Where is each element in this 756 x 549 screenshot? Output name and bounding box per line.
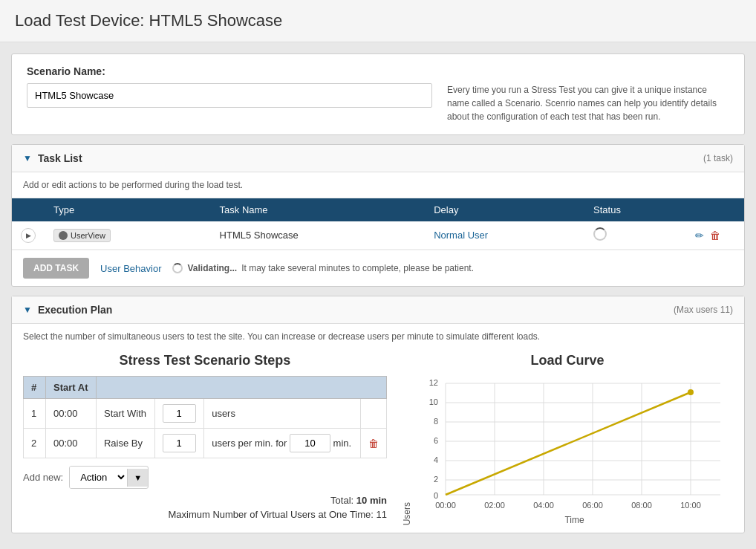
step2-unit-label: users per min. for [212,438,287,449]
x-axis-label: Time [416,515,733,525]
total-label: Total: [330,495,353,506]
add-new-label: Add new: [23,472,63,483]
steps-table: # Start At 1 00:00 Start With [23,376,387,458]
scenario-description: Every time you run a Stress Test you can… [447,83,729,123]
execution-plan-panel: ▼ Execution Plan (Max users 11) Select t… [11,296,745,533]
step2-start: 00:00 [46,429,97,458]
col-actions [685,198,744,221]
execution-plan-max-users: (Max users 11) [674,305,733,315]
load-curve-svg: 12 10 8 6 4 2 0 00:00 02:00 04:00 [416,376,728,513]
action-select[interactable]: Action [70,467,127,488]
step1-start: 00:00 [46,399,97,429]
step1-action-label: Start With [104,408,146,419]
execution-body: Stress Test Scenario Steps # Start At 1 [23,353,733,525]
validating-note: It may take several minutes to complete,… [241,263,474,273]
task-list-title: Task List [38,152,82,164]
step1-value-cell [154,399,204,429]
task-list-collapse-icon[interactable]: ▼ [23,153,32,163]
steps-section: Stress Test Scenario Steps # Start At 1 [23,353,387,525]
step2-action: Raise By [96,429,154,458]
col-task-name: Task Name [211,198,426,221]
step1-num: 1 [24,399,46,429]
svg-text:0: 0 [434,491,438,500]
svg-text:00:00: 00:00 [435,501,456,510]
chart-section: Load Curve Users [402,353,733,525]
table-row: ▶ UserView HTML5 Showcase Normal User [12,221,744,250]
svg-text:10: 10 [429,397,438,406]
task-list-count: (1 task) [703,153,733,163]
task-table-head: Type Task Name Delay Status [12,198,744,221]
task-table-body: ▶ UserView HTML5 Showcase Normal User [12,221,744,250]
svg-text:10:00: 10:00 [680,501,701,510]
svg-text:8: 8 [434,417,438,426]
col-type [12,198,45,221]
y-axis-label: Users [402,502,412,525]
step1-delete [360,399,386,429]
page-title: Load Test Device: HTML5 Showcase [15,11,741,30]
user-view-label: UserView [71,231,105,240]
task-table-header-row: Type Task Name Delay Status [12,198,744,221]
step2-permin-unit: min. [333,438,352,449]
validating-text: Validating... It may take several minute… [172,263,474,273]
user-view-icon [59,231,68,240]
add-task-button[interactable]: ADD TASK [23,258,89,279]
step2-unit: users per min. for min. [204,429,361,458]
chart-wrap: Users [402,376,733,525]
scenario-panel: Scenario Name: Every time you run a Stre… [11,53,745,135]
table-row: 1 00:00 Start With users [24,399,387,429]
row-delay: Normal User [425,221,584,250]
step2-action-label: Raise By [104,438,143,449]
max-virtual-value: 11 [377,509,387,520]
svg-point-27 [688,389,694,395]
step2-num: 2 [24,429,46,458]
max-users-row: Maximum Number of Virtual Users at One T… [23,509,387,520]
step1-action: Start With [96,399,154,429]
step1-unit: users [204,399,361,429]
execution-plan-header-left: ▼ Execution Plan [23,304,112,316]
svg-text:4: 4 [434,455,438,464]
add-new-row: Add new: Action ▼ [23,466,387,489]
delete-button[interactable]: 🗑 [708,228,722,243]
task-table: Type Task Name Delay Status ▶ UserView [12,198,744,250]
step2-delete-button[interactable]: 🗑 [368,438,379,449]
svg-text:6: 6 [434,436,438,445]
svg-line-26 [446,392,691,495]
steps-table-head: # Start At [24,377,387,399]
edit-button[interactable]: ✏ [694,228,706,243]
status-spinner [593,227,607,241]
user-behavior-link[interactable]: User Behavior [100,263,161,274]
max-virtual-label: Maximum Number of Virtual Users at One T… [168,509,373,520]
step2-permin-input[interactable] [290,434,330,452]
row-type: UserView [45,221,211,250]
steps-col-num: # [24,377,46,399]
svg-text:08:00: 08:00 [631,501,652,510]
table-row: 2 00:00 Raise By users per min. for [24,429,387,458]
row-play: ▶ [12,221,45,250]
step1-value-input[interactable] [163,404,196,423]
svg-text:02:00: 02:00 [484,501,505,510]
scenario-name-input[interactable] [27,83,432,108]
col-status: Status [584,198,685,221]
execution-plan-collapse-icon[interactable]: ▼ [23,305,32,315]
task-list-panel: ▼ Task List (1 task) Add or edit actions… [11,144,745,287]
scenario-section: Scenario Name: Every time you run a Stre… [12,54,744,134]
execution-plan-title: Execution Plan [38,304,112,316]
action-dropdown-button[interactable]: ▼ [127,469,148,487]
total-value: 10 min [356,495,387,506]
step2-delete: 🗑 [360,429,386,458]
page-header: Load Test Device: HTML5 Showcase [0,0,756,42]
totals-row: Total: 10 min [23,495,387,506]
chart-title: Load Curve [402,353,733,368]
task-list-description: Add or edit actions to be performed duri… [12,172,744,198]
play-button[interactable]: ▶ [21,228,36,243]
col-type-label: Type [45,198,211,221]
main-content: Scenario Name: Every time you run a Stre… [0,42,756,545]
delay-link[interactable]: Normal User [434,230,488,241]
task-list-header: ▼ Task List (1 task) [12,145,744,172]
validating-label: Validating... [187,263,237,273]
steps-title: Stress Test Scenario Steps [23,353,387,368]
execution-description: Select the number of simultaneous users … [23,331,733,342]
row-task-name: HTML5 Showcase [211,221,426,250]
task-list-header-left: ▼ Task List [23,152,82,164]
step2-value-input[interactable] [163,434,196,452]
